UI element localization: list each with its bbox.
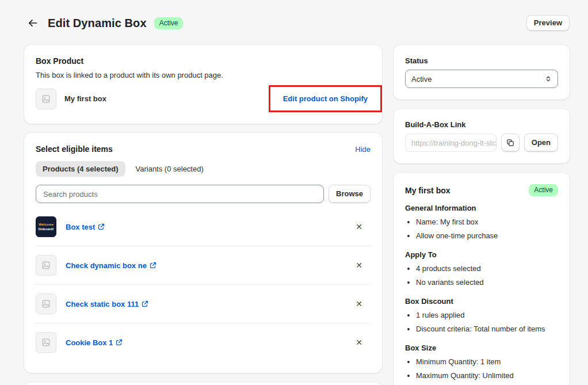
eligible-items-card: Select eligible items Hide Products (4 s… — [24, 133, 382, 373]
summary-item: Allow one-time purchase — [416, 229, 558, 243]
summary-section-box-size: Box Size Minimum Quantity: 1 item Maximu… — [405, 344, 558, 383]
image-placeholder-icon — [41, 261, 51, 270]
annotation-rectangle: Edit product on Shopify — [269, 85, 382, 112]
edit-product-on-shopify-link[interactable]: Edit product on Shopify — [283, 94, 368, 103]
external-link-icon — [142, 300, 148, 307]
tab-variants[interactable]: Variants (0 selected) — [129, 161, 211, 177]
build-a-box-link-card: Build-A-Box Link https://training-dong-l… — [394, 109, 570, 163]
tab-products[interactable]: Products (4 selected) — [36, 161, 125, 177]
product-link[interactable]: Check dynamic box ne — [66, 261, 156, 270]
summary-item: 4 products selected — [416, 262, 558, 276]
back-arrow-icon — [27, 17, 39, 29]
remove-product-button[interactable]: ✕ — [353, 298, 365, 310]
summary-item: Maximum Quantity: Unlimited — [416, 369, 558, 383]
product-link[interactable]: Box test — [66, 223, 105, 231]
status-badge: Active — [154, 17, 184, 29]
preview-button[interactable]: Preview — [526, 15, 570, 31]
clipboard-icon — [506, 139, 514, 147]
open-link-button[interactable]: Open — [524, 134, 558, 152]
summary-title: My first box — [405, 186, 450, 195]
product-list-item: Cookie Box 1 ✕ — [36, 323, 371, 361]
summary-item: 1 rules applied — [416, 308, 558, 322]
summary-item: No variants selected — [416, 276, 558, 289]
browse-button[interactable]: Browse — [329, 185, 371, 203]
product-thumbnail — [36, 332, 56, 353]
product-thumbnail — [36, 293, 56, 314]
external-link-icon — [116, 339, 123, 346]
next-card-partial — [24, 382, 382, 385]
product-thumbnail-placeholder — [36, 89, 56, 109]
summary-status-badge: Active — [529, 184, 558, 196]
summary-section-general: General Information Name: My first box A… — [405, 204, 558, 243]
chevron-updown-icon — [545, 75, 552, 82]
search-products-input[interactable] — [36, 185, 324, 203]
summary-item: Name: My first box — [416, 215, 558, 229]
product-link[interactable]: Check static box 111 — [66, 300, 148, 308]
thumb-text: Welcome — [39, 223, 54, 227]
page-title: Edit Dynamic Box — [48, 17, 147, 30]
eligible-items-title: Select eligible items — [36, 144, 113, 154]
remove-product-button[interactable]: ✕ — [353, 220, 365, 233]
image-placeholder-icon — [41, 94, 51, 104]
product-thumbnail — [36, 255, 56, 276]
summary-item: Discount criteria: Total number of items — [416, 322, 558, 336]
hide-link[interactable]: Hide — [355, 145, 371, 154]
product-list-item: Welcome Onboard! Box test ✕ — [36, 208, 371, 246]
external-link-icon — [98, 223, 105, 230]
image-placeholder-icon — [41, 299, 51, 308]
product-link[interactable]: Cookie Box 1 — [66, 338, 123, 347]
box-link-input: https://training-dong-lt-stc — [405, 134, 497, 152]
topbar: Edit Dynamic Box Active Preview — [0, 0, 588, 45]
product-thumbnail: Welcome Onboard! — [36, 216, 56, 237]
summary-section-box-discount: Box Discount 1 rules applied Discount cr… — [405, 297, 558, 336]
box-summary-card: My first box Active General Information … — [394, 173, 570, 385]
status-card: Status Active — [394, 45, 570, 100]
summary-item: Minimum Quantity: 1 item — [416, 355, 558, 369]
external-link-icon — [150, 262, 156, 269]
status-select[interactable]: Active — [405, 70, 558, 88]
content-columns: Box Product This box is linked to a prod… — [0, 45, 588, 385]
items-tabs: Products (4 selected) Variants (0 select… — [36, 161, 371, 177]
copy-link-button[interactable] — [501, 134, 520, 152]
image-placeholder-icon — [41, 338, 51, 347]
thumb-text: Onboard! — [39, 227, 54, 231]
link-card-title: Build-A-Box Link — [405, 120, 558, 129]
remove-product-button[interactable]: ✕ — [353, 336, 365, 349]
remove-product-button[interactable]: ✕ — [353, 259, 365, 272]
status-card-title: Status — [405, 56, 558, 65]
product-list-item: Check dynamic box ne ✕ — [36, 246, 371, 285]
back-button[interactable] — [25, 16, 40, 31]
status-select-value: Active — [411, 75, 432, 83]
box-product-card: Box Product This box is linked to a prod… — [24, 45, 382, 124]
summary-section-apply-to: Apply To 4 products selected No variants… — [405, 250, 558, 289]
box-product-title: Box Product — [36, 56, 371, 66]
product-list-item: Check static box 111 ✕ — [36, 285, 371, 323]
linked-product-name: My first box — [64, 94, 106, 103]
box-product-description: This box is linked to a product with its… — [36, 71, 371, 79]
selected-products-list: Welcome Onboard! Box test ✕ — [36, 208, 371, 361]
